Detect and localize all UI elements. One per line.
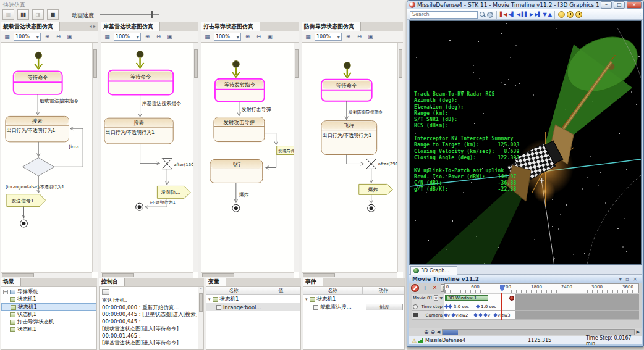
signal-note-shape[interactable]: 发现导弹: [277, 146, 294, 155]
fit-icon[interactable]: ▣: [366, 33, 375, 41]
zoom-in-icon[interactable]: ⊕: [43, 33, 52, 41]
state-flight[interactable]: 飞行: [210, 159, 263, 183]
zoom-select[interactable]: 100%▼: [214, 33, 241, 41]
h-scrollbar[interactable]: [201, 272, 294, 278]
close-button[interactable]: ×: [627, 1, 642, 9]
timeline-ruler[interactable]: 0 600 1200 1800 2400 3000 3600: [444, 283, 639, 293]
tab-variables[interactable]: 变量: [206, 278, 226, 286]
step-button[interactable]: ◨: [32, 9, 44, 20]
h-scrollbar[interactable]: [1, 272, 92, 278]
send-signal-shape[interactable]: 发射防...: [157, 186, 190, 198]
play-button[interactable]: ▶: [530, 10, 533, 19]
zoom-in-icon[interactable]: ⊕: [143, 33, 152, 41]
decision-diamond[interactable]: [23, 157, 54, 176]
tab-console[interactable]: 控制台: [99, 278, 125, 286]
tree-root-missile-system[interactable]: −导弹系统: [1, 288, 96, 296]
minimize-button[interactable]: –: [601, 1, 612, 9]
diagram-canvas-3[interactable]: 等待发射指令 发射打击导弹 发射攻击导弹 发现导弹: [201, 43, 299, 278]
slider-thumb[interactable]: [151, 11, 153, 18]
send-signal-shape[interactable]: 发送信号1: [7, 194, 46, 207]
h-scrollbar[interactable]: [302, 272, 397, 278]
v-scrollbar[interactable]: [92, 43, 98, 272]
delete-track-icon[interactable]: ✕: [431, 284, 439, 292]
final-node[interactable]: [20, 220, 28, 227]
initial-node[interactable]: [137, 51, 143, 57]
v-scrollbar[interactable]: [294, 43, 299, 272]
h-scrollbar[interactable]: [101, 272, 193, 278]
state-wait-launch[interactable]: 等待发射指令: [215, 79, 265, 102]
state-wait-command[interactable]: 等待命令: [108, 70, 173, 95]
timestep-marker[interactable]: [448, 304, 452, 309]
state-wait-command[interactable]: 等待命令: [321, 80, 372, 101]
maximize-button[interactable]: □: [614, 1, 625, 9]
grid-icon[interactable]: ▦: [103, 33, 112, 41]
final-node[interactable]: [232, 204, 240, 212]
tree-item-strike-missile-sm[interactable]: 打击导弹状态机: [1, 319, 96, 326]
visibility-icon[interactable]: ✕: [434, 295, 438, 301]
v-scrollbar[interactable]: [397, 43, 403, 272]
variable-inrange-row[interactable]: inrange:bool...: [206, 303, 300, 311]
diagram-canvas-2[interactable]: 等待命令 岸基雷达搜索指令 搜索 出口行为/不透明行为1 after(1500: [101, 43, 198, 278]
state-wait-command[interactable]: 等待命令: [14, 71, 62, 94]
v-scrollbar[interactable]: [193, 43, 198, 272]
camera-marker[interactable]: [473, 313, 478, 317]
time-event-shape[interactable]: after(2900: [366, 159, 397, 169]
tab-scene[interactable]: 场景: [1, 278, 21, 286]
gear-icon[interactable]: [487, 12, 493, 18]
initial-node[interactable]: [232, 60, 239, 67]
scrollbar-thumb[interactable]: [443, 330, 458, 335]
stop-button[interactable]: ■: [47, 9, 59, 20]
tree-item-statemachine[interactable]: 状态机1: [1, 296, 96, 303]
tree-item-statemachine[interactable]: 状态机1: [1, 326, 96, 333]
initial-node[interactable]: [344, 62, 350, 69]
clock-icon-2[interactable]: [567, 11, 574, 18]
grid-icon[interactable]: ▦: [2, 33, 12, 41]
keyframe-dot[interactable]: [509, 296, 514, 301]
scroll-left-icon[interactable]: ◀: [437, 330, 440, 335]
variables-root-row[interactable]: ▾状态机1: [206, 295, 300, 303]
zoom-out-icon[interactable]: ⊖: [355, 33, 364, 41]
timeline-zoom-out-icon[interactable]: ⊖: [431, 328, 436, 336]
fit-icon[interactable]: ▣: [65, 33, 74, 41]
fit-icon[interactable]: ▣: [265, 33, 274, 41]
timeline-row-camera[interactable]: Camera v view2 v view3: [412, 311, 639, 320]
zoom-out-icon[interactable]: ⊖: [54, 33, 63, 41]
zoom-select[interactable]: 100%▼: [114, 33, 141, 41]
camera-marker[interactable]: [451, 313, 455, 317]
tab-3d-graphics[interactable]: 3D Graph...: [410, 266, 457, 275]
zoom-out-icon[interactable]: ⊖: [154, 33, 163, 41]
step-forward-button[interactable]: ▶▌: [535, 10, 541, 19]
grid-icon[interactable]: ▦: [303, 33, 313, 41]
timeline-row-movie[interactable]: Movie 01✕ ▼ 3D Window 1: [412, 294, 639, 302]
tab-defense-missile[interactable]: 防御导弹状态图仿真: [302, 22, 361, 31]
tab-ship-radar[interactable]: 舰载雷达状态图仿真: [1, 22, 60, 31]
tab-shore-radar[interactable]: 岸基雷达状态图仿真: [101, 22, 160, 31]
events-root-row[interactable]: ▾状态机1: [303, 295, 404, 303]
jump-to-start-button[interactable]: ▌◀: [500, 10, 506, 19]
run-button[interactable]: ▦: [2, 9, 14, 20]
pause-button[interactable]: ▌▌: [522, 10, 528, 19]
timestep-marker[interactable]: [476, 304, 480, 309]
add-track-icon[interactable]: +: [421, 284, 429, 292]
state-launch-attack[interactable]: 发射攻击导弹: [214, 117, 265, 142]
increase-speed-icon[interactable]: ▲: [548, 10, 551, 19]
tree-item-statemachine-selected[interactable]: 状态机1: [1, 303, 96, 311]
3d-viewport[interactable]: Track Beam-To-RV Radar RCS Azimuth (deg)…: [409, 20, 642, 265]
movie-timeline-titlebar[interactable]: Movie Timeline v11.2 ▾ ▫ ✕: [409, 275, 642, 283]
send-signal-shape[interactable]: 爆炸: [359, 184, 393, 194]
animation-speed-slider[interactable]: [100, 10, 162, 18]
search-input[interactable]: [410, 11, 478, 19]
grid-icon[interactable]: ▦: [203, 33, 212, 41]
collapse-icon[interactable]: −: [3, 290, 8, 294]
toolbar-overflow-icon[interactable]: ∶: [640, 12, 641, 17]
record-icon[interactable]: [411, 284, 419, 292]
clock-icon-1[interactable]: [558, 11, 565, 18]
step-back-button[interactable]: ◀▌: [508, 10, 514, 19]
camera-marker[interactable]: [493, 313, 498, 317]
scroll-right-icon[interactable]: ▶: [637, 330, 640, 335]
diagram-canvas-1[interactable]: 等待命令 舰载雷达搜索指令 搜索 出口行为/不透明行为1 [inra [inra…: [1, 43, 98, 278]
event-row[interactable]: 舰载雷达搜... 触发: [303, 303, 404, 311]
play-backward-button[interactable]: ◀: [517, 10, 520, 19]
clock-icon-3[interactable]: [575, 11, 582, 18]
stk-titlebar[interactable]: MissileDefense4 - STK 11 - Movie Timelin…: [407, 1, 643, 9]
